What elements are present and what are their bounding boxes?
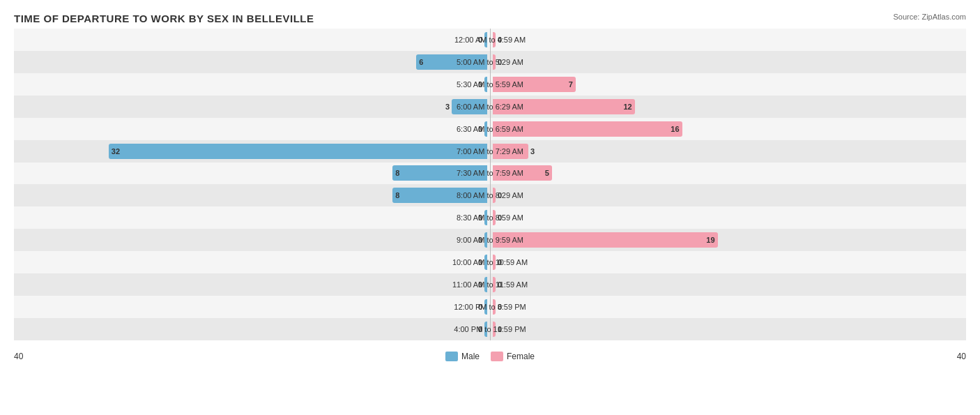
female-zero-value: 0 [498, 303, 502, 311]
male-bar [452, 99, 487, 114]
male-bar [484, 77, 487, 92]
male-zero-value: 0 [478, 125, 482, 133]
female-zero-value: 0 [498, 36, 502, 44]
chart-title: TIME OF DEPARTURE TO WORK BY SEX IN BELL… [14, 13, 966, 24]
male-side: 3 [14, 99, 490, 114]
male-zero-value: 0 [478, 325, 482, 333]
male-side: 0 [14, 210, 490, 225]
male-bar [484, 32, 487, 47]
female-side: 19 [490, 232, 966, 248]
female-bar-value: 5 [545, 169, 549, 177]
male-side: 0 [14, 277, 490, 292]
male-bar-value: 8 [395, 191, 399, 199]
male-side: 0 [14, 32, 490, 47]
female-bar: 19 [493, 232, 718, 248]
female-side: 0 [490, 277, 966, 292]
male-bar-value: 8 [395, 169, 399, 177]
female-bar [493, 32, 496, 47]
male-zero-value: 0 [478, 303, 482, 311]
male-zero-value: 0 [478, 236, 482, 244]
male-side: 8 [14, 188, 490, 203]
male-bar: 32 [109, 144, 487, 159]
center-line [490, 29, 491, 340]
female-bar [493, 54, 496, 70]
female-zero-value: 0 [498, 258, 502, 266]
male-bar-value-outside: 3 [445, 103, 450, 111]
female-side: 7 [490, 77, 966, 92]
female-side: 0 [490, 322, 966, 337]
female-bar [493, 299, 496, 315]
female-bar-value-outside: 3 [530, 147, 535, 156]
male-side: 0 [14, 232, 490, 248]
male-bar-value: 6 [419, 58, 423, 66]
female-zero-value: 0 [498, 280, 502, 289]
female-bar [493, 255, 496, 270]
female-side: 0 [490, 210, 966, 225]
female-zero-value: 0 [498, 58, 502, 66]
male-bar-value: 32 [112, 147, 120, 156]
chart-area: 012:00 AM to 4:59 AM065:00 AM to 5:29 AM… [14, 29, 966, 361]
male-bar [484, 322, 487, 337]
female-side: 5 [490, 165, 966, 181]
male-side: 0 [14, 77, 490, 92]
male-zero-value: 0 [478, 213, 482, 222]
male-side: 6 [14, 54, 490, 70]
legend-female: Female [491, 352, 535, 361]
female-zero-value: 0 [498, 213, 502, 222]
female-side: 0 [490, 299, 966, 315]
axis-right-label: 40 [957, 352, 966, 361]
female-side: 3 [490, 144, 966, 159]
male-zero-value: 0 [478, 258, 482, 266]
female-side: 0 [490, 188, 966, 203]
male-zero-value: 0 [478, 36, 482, 44]
source-text: Source: ZipAtlas.com [893, 13, 966, 21]
male-zero-value: 0 [478, 80, 482, 89]
female-bar [493, 210, 496, 225]
male-bar [484, 121, 487, 137]
female-bar: 7 [493, 77, 576, 92]
male-bar [484, 299, 487, 315]
female-bar: 5 [493, 165, 552, 181]
legend-male-label: Male [461, 352, 480, 361]
legend-female-box [491, 352, 503, 361]
male-side: 8 [14, 165, 490, 181]
female-zero-value: 0 [498, 325, 502, 333]
axis-left-label: 40 [14, 352, 23, 361]
male-side: 0 [14, 299, 490, 315]
male-bar [484, 277, 487, 292]
legend-female-label: Female [507, 352, 535, 361]
male-bar: 8 [392, 188, 487, 203]
female-bar: 12 [493, 99, 635, 114]
chart-container: TIME OF DEPARTURE TO WORK BY SEX IN BELL… [0, 0, 980, 415]
male-side: 0 [14, 121, 490, 137]
female-bar [493, 188, 496, 203]
female-bar [493, 144, 528, 159]
female-bar [493, 277, 496, 292]
male-bar: 8 [392, 165, 487, 181]
female-side: 0 [490, 54, 966, 70]
female-bar-value: 19 [706, 236, 714, 244]
female-side: 0 [490, 32, 966, 47]
legend-male: Male [445, 352, 480, 361]
female-side: 0 [490, 255, 966, 270]
female-bar-value: 7 [569, 80, 573, 89]
female-bar: 16 [493, 121, 682, 137]
female-bar-value: 16 [671, 125, 679, 133]
female-side: 16 [490, 121, 966, 137]
female-zero-value: 0 [498, 191, 502, 199]
female-bar [493, 322, 496, 337]
female-bar-value: 12 [623, 103, 631, 111]
axis-bottom: 40 Male Female 40 [14, 352, 966, 361]
male-zero-value: 0 [478, 280, 482, 289]
male-bar: 6 [416, 54, 487, 70]
legend: Male Female [445, 352, 535, 361]
male-side: 32 [14, 144, 490, 159]
female-side: 12 [490, 99, 966, 114]
legend-male-box [445, 352, 458, 361]
male-bar [484, 255, 487, 270]
male-bar [484, 232, 487, 248]
male-side: 0 [14, 322, 490, 337]
male-bar [484, 210, 487, 225]
male-side: 0 [14, 255, 490, 270]
